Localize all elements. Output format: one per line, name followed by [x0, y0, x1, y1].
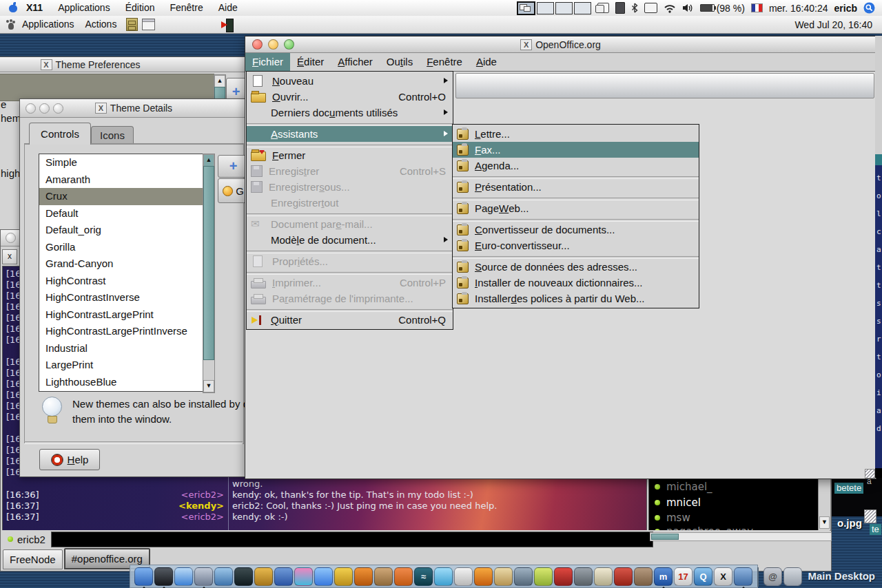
file-menu-item[interactable]: Modèle de document... [247, 232, 453, 248]
scroll-down-icon[interactable]: ▼ [203, 380, 214, 392]
assistants-menu-item[interactable]: Fax... [453, 142, 699, 158]
mac-menu-item[interactable]: Applications [50, 0, 118, 16]
theme-list[interactable]: SimpleAmaranthCruxDefaultDefault_origGor… [39, 154, 203, 392]
desktop-pager-icon[interactable] [517, 1, 591, 15]
theme-list-item[interactable]: HighContrastLargePrintInverse [39, 323, 203, 340]
irc-input[interactable] [51, 532, 653, 547]
pager-desktop-4[interactable] [574, 2, 591, 14]
irc-channel-tab[interactable]: FreeNode [3, 549, 63, 569]
scroll-up-icon[interactable]: ▲ [203, 154, 214, 167]
dock-icon-quicktime[interactable]: Q [694, 567, 712, 586]
file-menu-item[interactable]: Paramétrage de l'imprimante... [247, 291, 453, 306]
theme-list-item[interactable]: LargePrint [39, 357, 203, 374]
dock-icon-blender[interactable] [354, 567, 373, 586]
dock-icon-textedit[interactable] [454, 567, 473, 586]
file-menu-item[interactable]: Ouvrir... Control+O [247, 89, 453, 105]
theme-list-item[interactable]: HighContrastInverse [39, 289, 203, 306]
bluetooth-icon[interactable] [631, 3, 638, 13]
desktop-icon-label-jpg[interactable]: o.jpg [837, 517, 862, 529]
dock-icon-remote-desktop[interactable] [274, 567, 293, 586]
dock-icon-terminal[interactable] [234, 567, 253, 586]
theme-list-item[interactable]: HighContrastLargePrint [39, 306, 203, 324]
file-menu-item[interactable]: Quitter Control+Q [247, 312, 453, 328]
file-menu-item[interactable]: Fermer [247, 147, 453, 163]
dock-icon-colorsync[interactable] [294, 567, 313, 586]
theme-details-titlebar[interactable]: Theme Details [20, 99, 247, 118]
irc-message-nick[interactable]: <ericb2> [41, 490, 224, 500]
dock-icon-finder[interactable] [134, 567, 153, 586]
irc-message-nick[interactable]: <ericb2> [41, 512, 224, 522]
file-menu-item[interactable] [247, 142, 453, 147]
assistants-menu-item[interactable]: Page Web... [453, 200, 699, 216]
theme-list-item[interactable]: LighthouseBlue [39, 374, 203, 391]
file-menu-item[interactable]: Assistants [247, 126, 453, 142]
terminal-launcher-icon[interactable] [142, 19, 155, 30]
dock-icon-pages[interactable] [594, 567, 613, 586]
dock-icon-dashboard[interactable] [154, 567, 173, 586]
install-theme-button[interactable]: + [218, 155, 248, 178]
theme-list-item[interactable]: Grand-Canyon [39, 255, 203, 273]
dock-icon-trash[interactable] [783, 567, 802, 586]
file-menu-item[interactable]: Document par e-mail... [247, 216, 453, 232]
dock-icon-imovie[interactable] [514, 567, 533, 586]
file-menu-item[interactable] [247, 211, 453, 216]
dock-icon-palm-desktop[interactable] [494, 567, 513, 586]
dock-icon-script-editor[interactable] [334, 567, 353, 586]
file-menu-item[interactable]: Enregistrer Control+S [247, 163, 453, 179]
file-menu-item[interactable]: Imprimer... Control+P [247, 275, 453, 291]
theme-list-item[interactable]: Default_orig [39, 222, 203, 239]
dock-icon-gimp[interactable] [634, 567, 653, 586]
dock-icon-address-book[interactable] [374, 567, 393, 586]
dock-icon-openoffice[interactable]: ≈ [414, 567, 433, 586]
gnome-foot-icon[interactable] [6, 19, 17, 30]
wifi-icon[interactable] [664, 3, 676, 13]
logout-icon[interactable] [221, 19, 234, 31]
pager-desktop-3[interactable] [555, 2, 573, 14]
pager-desktop-2[interactable] [537, 2, 554, 14]
theme-list-item[interactable]: HighContrast [39, 273, 203, 290]
file-menu-item[interactable]: Enregistrer tout [247, 195, 453, 211]
dark-doc-icon[interactable] [615, 2, 625, 14]
assistants-menu-item[interactable]: Source de données des adresses... [453, 259, 699, 275]
assistants-menu-item[interactable] [453, 253, 699, 259]
theme-list-item[interactable]: Default [39, 205, 203, 222]
assistants-menu-item[interactable]: Lettre... [453, 126, 699, 142]
file-manager-icon[interactable] [126, 18, 138, 31]
dock-icon-game[interactable] [554, 567, 573, 586]
dock-icon-installer[interactable] [254, 567, 273, 586]
close-button[interactable] [6, 233, 16, 243]
dock-icon-firefox[interactable] [474, 567, 493, 586]
assistants-menu-item[interactable]: Convertisseur de documents... [453, 222, 699, 238]
scroll-down-icon[interactable]: ▼ [819, 516, 830, 529]
mac-user-menu[interactable]: ericb [834, 3, 857, 14]
irc-user-row[interactable]: msw [655, 511, 690, 525]
dock-icon-ichat[interactable] [314, 567, 333, 586]
assistants-menu-item[interactable] [453, 174, 699, 179]
gnome-menu-item[interactable]: Actions [80, 16, 123, 33]
gnome-clock[interactable]: Wed Jul 20, 16:40 [794, 19, 882, 30]
dock-icon-x11[interactable]: X [714, 567, 732, 586]
file-menu-item[interactable] [247, 248, 453, 253]
file-menu-item[interactable]: Nouveau [247, 73, 453, 89]
ooo-menubar-item[interactable]: Fichier [245, 53, 290, 71]
dock-icon-iphoto[interactable] [734, 567, 752, 586]
file-menu-item[interactable] [247, 269, 453, 275]
help-button[interactable]: Help [39, 449, 100, 470]
ooo-titlebar[interactable]: OpenOffice.org [245, 36, 876, 53]
file-menu-item[interactable] [247, 306, 453, 312]
desktop-icon-label[interactable]: betete [834, 483, 863, 494]
irc-user-row[interactable]: michael_ [655, 480, 712, 494]
irc-user-row[interactable]: mnicel [655, 496, 701, 510]
pager-desktop-1[interactable] [517, 1, 535, 15]
assistants-menu-item[interactable]: Installer de nouveaux dictionnaires... [453, 275, 699, 291]
desktop-icon-label-cut[interactable]: te [870, 524, 881, 535]
theme-list-scrollbar[interactable]: ▲ ▼ [203, 154, 215, 393]
ooo-menubar-item[interactable]: Fenêtre [420, 53, 469, 71]
theme-list-item[interactable]: Amaranth [39, 171, 203, 189]
battery-indicator[interactable]: (98 %) [700, 3, 745, 14]
irc-user-list[interactable]: michael_ mnicel msw nagashree_away [648, 478, 819, 531]
irc-message-nick[interactable]: <kendy> [41, 501, 224, 511]
file-menu-item[interactable]: Enregistrer sous... [247, 179, 453, 195]
gnome-menu-item[interactable]: Applications [17, 16, 80, 33]
prefs-selected-row[interactable] [0, 74, 214, 101]
